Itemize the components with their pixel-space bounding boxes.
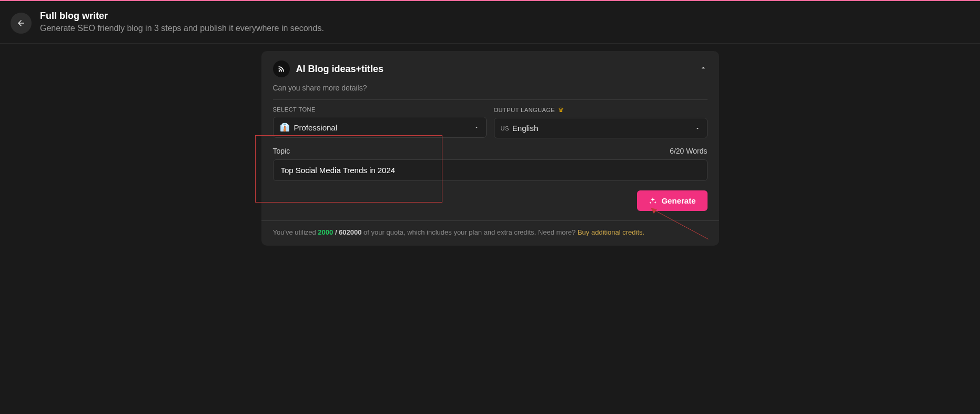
blog-icon	[273, 60, 290, 77]
language-label-text: OUTPUT LANGUAGE	[494, 107, 555, 113]
tone-select[interactable]: 👔 Professional	[273, 117, 487, 138]
page-subtitle: Generate SEO friendly blog in 3 steps an…	[40, 24, 324, 33]
topic-label-row: Topic 6/20 Words	[273, 147, 708, 155]
language-label: OUTPUT LANGUAGE ♛	[494, 106, 708, 114]
quota-sep: /	[333, 228, 339, 236]
tone-value: Professional	[294, 123, 473, 132]
topic-input[interactable]	[273, 159, 708, 181]
select-row: SELECT TONE 👔 Professional OUTPUT LANGUA…	[261, 100, 719, 138]
header-text: Full blog writer Generate SEO friendly b…	[40, 11, 324, 33]
quota-prefix: You've utilized	[273, 228, 318, 236]
chevron-up-icon	[699, 64, 708, 72]
topic-label: Topic	[273, 147, 290, 155]
back-button[interactable]	[11, 13, 32, 34]
word-counter: 6/20 Words	[670, 147, 707, 155]
sparkle-icon	[649, 197, 657, 205]
tone-field: SELECT TONE 👔 Professional	[273, 106, 487, 138]
topic-section: Topic 6/20 Words	[261, 138, 719, 181]
card-header: AI Blog ideas+titles	[261, 51, 719, 83]
button-row: Generate	[261, 181, 719, 220]
generate-label: Generate	[661, 196, 695, 205]
page-title: Full blog writer	[40, 11, 324, 22]
tone-emoji: 👔	[280, 123, 290, 132]
arrow-left-icon	[16, 18, 26, 28]
collapse-button[interactable]	[699, 64, 708, 74]
language-select[interactable]: US English	[494, 118, 708, 138]
quota-footer: You've utilized 2000 / 602000 of your qu…	[261, 220, 719, 246]
language-prefix: US	[501, 125, 509, 132]
quota-used: 2000	[318, 228, 333, 236]
blog-ideas-card: AI Blog ideas+titles Can you share more …	[261, 51, 719, 246]
language-value: English	[512, 124, 694, 133]
tone-label: SELECT TONE	[273, 106, 487, 113]
language-field: OUTPUT LANGUAGE ♛ US English	[494, 106, 708, 138]
quota-mid: of your quota, which includes your plan …	[362, 228, 578, 236]
crown-icon: ♛	[558, 106, 564, 114]
quota-total: 602000	[339, 228, 361, 236]
page-header: Full blog writer Generate SEO friendly b…	[0, 1, 980, 44]
buy-credits-link[interactable]: Buy additional credits.	[578, 228, 644, 236]
generate-button[interactable]: Generate	[637, 190, 707, 211]
card-subtitle: Can you share more details?	[261, 83, 719, 99]
chevron-down-icon	[473, 124, 480, 130]
chevron-down-icon	[694, 125, 701, 132]
card-title: AI Blog ideas+titles	[296, 64, 699, 75]
